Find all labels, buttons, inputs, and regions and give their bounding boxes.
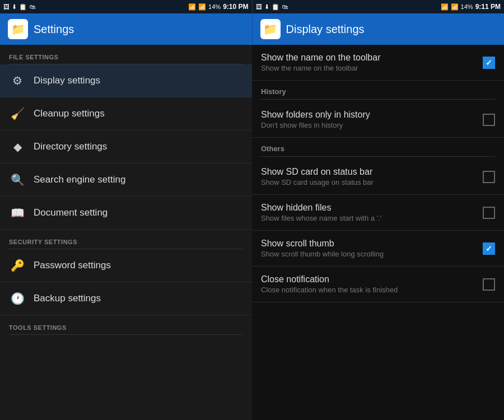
history-subsection-header: History bbox=[252, 81, 504, 99]
settings-item-password[interactable]: 🔑 Password settings bbox=[0, 249, 252, 282]
left-app-icon: 📁 bbox=[8, 19, 28, 39]
left-status-icons: 🖼 ⬇ 📋 🛍 bbox=[3, 3, 35, 11]
password-settings-label: Password settings bbox=[34, 260, 111, 271]
display-item-toolbar-name[interactable]: Show the name on the toolbar Show the na… bbox=[252, 45, 504, 81]
search-engine-label: Search engine setting bbox=[34, 174, 125, 185]
notification-icon-6: ⬇ bbox=[264, 3, 269, 11]
sd-card-title: Show SD card on status bar bbox=[261, 167, 476, 177]
hidden-files-title: Show hidden files bbox=[261, 203, 476, 213]
left-status-right: 📶 📶 14% 9:10 PM bbox=[188, 3, 248, 11]
cleanup-settings-icon: 🧹 bbox=[9, 105, 26, 122]
left-app-title: Settings bbox=[34, 23, 74, 36]
file-settings-header: FILE SETTINGS bbox=[0, 45, 252, 64]
sd-card-checkbox[interactable] bbox=[483, 171, 495, 183]
folders-history-subtitle: Don't show files in history bbox=[261, 121, 476, 129]
display-item-toolbar-name-text: Show the name on the toolbar Show the na… bbox=[261, 53, 476, 72]
toolbar-name-checkbox[interactable] bbox=[483, 57, 495, 69]
right-status-bar: 🖼 ⬇ 📋 🛍 📶 📶 14% 9:11 PM bbox=[252, 0, 505, 13]
settings-item-backup[interactable]: 🕐 Backup settings bbox=[0, 282, 252, 315]
close-notification-subtitle: Close notification when the task is fini… bbox=[261, 286, 476, 294]
notification-icon-3: 📋 bbox=[19, 3, 27, 11]
display-panel: Show the name on the toolbar Show the na… bbox=[252, 45, 504, 420]
wifi-icon-right: 📶 bbox=[441, 3, 449, 11]
close-notification-title: Close notification bbox=[261, 274, 476, 284]
notification-icon-4: 🛍 bbox=[29, 3, 35, 10]
right-status-right: 📶 📶 14% 9:11 PM bbox=[441, 3, 501, 11]
notification-icon-7: 📋 bbox=[272, 3, 279, 11]
folders-history-title: Show folders only in history bbox=[261, 110, 476, 120]
search-engine-icon: 🔍 bbox=[9, 171, 26, 188]
right-app-bar: 📁 Display settings bbox=[252, 13, 505, 45]
password-settings-icon: 🔑 bbox=[9, 257, 26, 274]
left-app-bar: 📁 Settings bbox=[0, 13, 252, 45]
others-subsection-header: Others bbox=[252, 138, 504, 156]
display-item-close-notification[interactable]: Close notification Close notification wh… bbox=[252, 267, 504, 302]
hidden-files-checkbox[interactable] bbox=[483, 207, 495, 219]
display-item-hidden-files[interactable]: Show hidden files Show files whose name … bbox=[252, 195, 504, 231]
notification-icon-8: 🛍 bbox=[282, 3, 288, 10]
right-status-icons: 🖼 ⬇ 📋 🛍 bbox=[256, 3, 288, 11]
display-item-sd-card[interactable]: Show SD card on status bar Show SD card … bbox=[252, 159, 504, 195]
battery-right: 14% bbox=[461, 3, 473, 10]
display-settings-label: Display settings bbox=[34, 75, 100, 86]
display-item-close-notification-text: Close notification Close notification wh… bbox=[261, 274, 476, 294]
battery-left: 14% bbox=[208, 3, 221, 10]
security-settings-header: SECURITY SETTINGS bbox=[0, 230, 252, 249]
notification-icon-1: 🖼 bbox=[3, 3, 10, 10]
history-subsection-divider bbox=[261, 99, 495, 100]
status-bars: 🖼 ⬇ 📋 🛍 📶 📶 14% 9:10 PM 🖼 ⬇ 📋 🛍 📶 📶 14% … bbox=[0, 0, 504, 13]
directory-settings-label: Directory settings bbox=[34, 141, 107, 152]
display-item-folders-history-text: Show folders only in history Don't show … bbox=[261, 110, 476, 129]
settings-panel: FILE SETTINGS ⚙ Display settings 🧹 Clean… bbox=[0, 45, 252, 420]
document-setting-icon: 📖 bbox=[9, 204, 26, 221]
time-left: 9:10 PM bbox=[223, 3, 248, 11]
directory-settings-icon: ◆ bbox=[9, 138, 26, 155]
right-app-icon: 📁 bbox=[260, 19, 281, 39]
wifi-icon-left: 📶 bbox=[188, 3, 196, 11]
settings-item-document[interactable]: 📖 Document setting bbox=[0, 197, 252, 230]
left-status-bar: 🖼 ⬇ 📋 🛍 📶 📶 14% 9:10 PM bbox=[0, 0, 252, 13]
settings-item-search[interactable]: 🔍 Search engine setting bbox=[0, 164, 252, 197]
right-app-title: Display settings bbox=[286, 23, 365, 36]
notification-icon-5: 🖼 bbox=[256, 3, 262, 10]
backup-settings-label: Backup settings bbox=[34, 293, 101, 304]
settings-item-directory[interactable]: ◆ Directory settings bbox=[0, 130, 252, 164]
scroll-thumb-subtitle: Show scroll thumb while long scrolling bbox=[261, 250, 476, 258]
tools-settings-header: TOOLS SETTINGS bbox=[0, 315, 252, 334]
scroll-thumb-title: Show scroll thumb bbox=[261, 239, 476, 249]
document-setting-label: Document setting bbox=[34, 207, 108, 218]
backup-settings-icon: 🕐 bbox=[9, 290, 26, 307]
scroll-thumb-checkbox[interactable] bbox=[483, 242, 495, 255]
hidden-files-subtitle: Show files whose name start with a '.' bbox=[261, 214, 476, 222]
display-item-folders-history[interactable]: Show folders only in history Don't show … bbox=[252, 102, 504, 138]
notification-icon-2: ⬇ bbox=[12, 3, 17, 11]
settings-item-cleanup[interactable]: 🧹 Cleanup settings bbox=[0, 97, 252, 130]
display-item-scroll-thumb[interactable]: Show scroll thumb Show scroll thumb whil… bbox=[252, 231, 504, 267]
signal-icon-right: 📶 bbox=[451, 3, 459, 11]
signal-icon-left: 📶 bbox=[198, 3, 206, 11]
others-subsection-divider bbox=[261, 156, 495, 157]
cleanup-settings-label: Cleanup settings bbox=[34, 108, 105, 119]
display-settings-icon: ⚙ bbox=[9, 72, 26, 89]
close-notification-checkbox[interactable] bbox=[483, 278, 495, 291]
toolbar-name-subtitle: Show the name on the toolbar bbox=[261, 64, 476, 72]
settings-item-display[interactable]: ⚙ Display settings bbox=[0, 64, 252, 97]
display-item-scroll-thumb-text: Show scroll thumb Show scroll thumb whil… bbox=[261, 239, 476, 258]
folders-history-checkbox[interactable] bbox=[483, 114, 495, 126]
display-item-hidden-files-text: Show hidden files Show files whose name … bbox=[261, 203, 476, 222]
sd-card-subtitle: Show SD card usage on status bar bbox=[261, 178, 476, 186]
app-bars: 📁 Settings 📁 Display settings bbox=[0, 13, 504, 45]
main-content: FILE SETTINGS ⚙ Display settings 🧹 Clean… bbox=[0, 45, 504, 420]
display-item-sd-card-text: Show SD card on status bar Show SD card … bbox=[261, 167, 476, 186]
tools-settings-divider bbox=[9, 334, 243, 335]
toolbar-name-title: Show the name on the toolbar bbox=[261, 53, 476, 63]
time-right: 9:11 PM bbox=[475, 3, 501, 11]
